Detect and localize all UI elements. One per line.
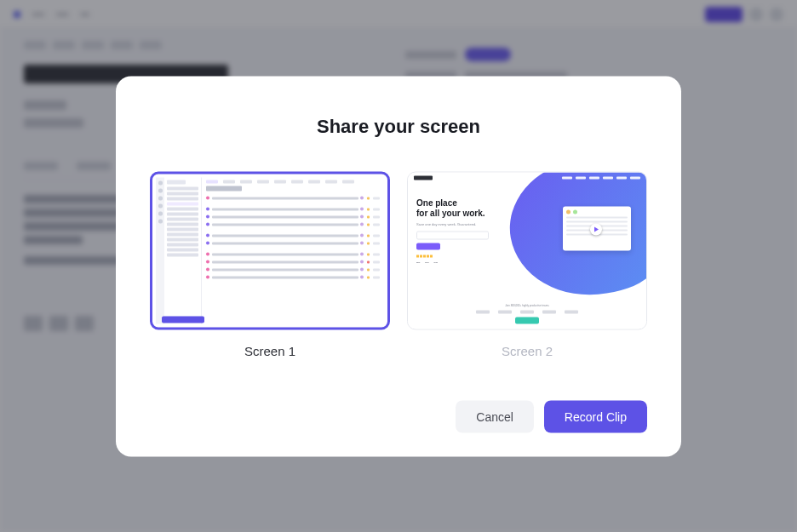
thumb2-heading-1: One place: [416, 197, 510, 208]
thumb2-subtitle: Save one day every week. Guaranteed.: [416, 221, 510, 226]
screen-1-thumbnail[interactable]: [150, 171, 390, 329]
share-screen-modal: Share your screen: [116, 76, 681, 456]
cancel-button[interactable]: Cancel: [456, 400, 534, 432]
screen-option-2[interactable]: One place for all your work. Save one da…: [407, 171, 647, 358]
screen-2-thumbnail[interactable]: One place for all your work. Save one da…: [407, 171, 647, 329]
modal-actions: Cancel Record Clip: [150, 400, 647, 432]
thumb2-get-started-button: [416, 243, 440, 249]
thumb2-footer-text: Join 800,000+ highly productive teams: [505, 303, 548, 306]
modal-title: Share your screen: [150, 115, 647, 137]
thumb2-brand-logo: [414, 175, 433, 180]
thumb2-footer-button: [515, 317, 539, 323]
screen-options-row: Screen 1 One place for all your: [150, 171, 647, 358]
thumb2-heading-2: for all your work.: [416, 208, 510, 218]
thumb1-content: [156, 177, 384, 323]
record-clip-button[interactable]: Record Clip: [544, 400, 647, 432]
thumb2-play-icon: [590, 223, 602, 235]
thumb2-content: One place for all your work. Save one da…: [408, 172, 646, 329]
screen-2-label: Screen 2: [502, 343, 553, 358]
thumb2-email-input: [416, 231, 489, 239]
screen-1-label: Screen 1: [244, 343, 295, 358]
screen-option-1[interactable]: Screen 1: [150, 171, 390, 358]
